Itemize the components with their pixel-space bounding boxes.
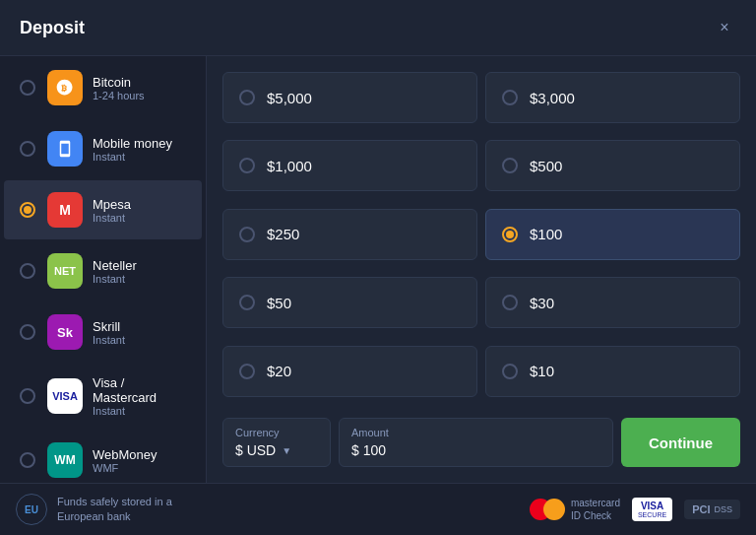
sidebar-radio-mobile-money bbox=[20, 141, 35, 157]
pci-badge: PCI DSS bbox=[684, 500, 740, 519]
amount-option-6[interactable]: $50 bbox=[222, 277, 477, 328]
sidebar-name-neteller: Neteller bbox=[93, 258, 137, 273]
mc-orange-circle bbox=[543, 499, 565, 520]
amount-value-6: $50 bbox=[267, 295, 291, 311]
sidebar-sub-skrill: Instant bbox=[93, 334, 125, 346]
sidebar-name-mpesa: Mpesa bbox=[93, 197, 131, 212]
amount-value-1: $3,000 bbox=[530, 90, 575, 106]
sidebar-name-skrill: Skrill bbox=[93, 319, 125, 334]
sidebar-item-visa[interactable]: VISA Visa / Mastercard Instant bbox=[4, 364, 202, 429]
mastercard-icon bbox=[530, 499, 565, 520]
amount-value-4: $250 bbox=[267, 226, 299, 242]
amount-radio-6 bbox=[239, 295, 255, 310]
sidebar: Bitcoin 1-24 hours Mobile money Instant … bbox=[0, 56, 207, 483]
eu-icon: EU bbox=[16, 494, 47, 525]
mastercard-badge: mastercard ID Check bbox=[530, 497, 620, 522]
sidebar-sub-mpesa: Instant bbox=[93, 212, 131, 224]
amount-field[interactable]: $ 100 bbox=[351, 442, 600, 458]
sidebar-radio-skrill bbox=[20, 324, 35, 340]
currency-select[interactable]: Currency $ USD ▼ bbox=[222, 418, 331, 467]
chevron-down-icon: ▼ bbox=[282, 445, 291, 456]
modal-header: Deposit × bbox=[0, 0, 756, 56]
sidebar-name-webmoney: WebMoney bbox=[93, 447, 158, 462]
sidebar-info-visa: Visa / Mastercard Instant bbox=[93, 375, 186, 417]
sidebar-name-bitcoin: Bitcoin bbox=[93, 75, 145, 90]
sidebar-item-mpesa[interactable]: M Mpesa Instant bbox=[4, 180, 202, 239]
footer-badges: mastercard ID Check VISA SECURE PCI DSS bbox=[530, 497, 740, 522]
sidebar-name-mobile-money: Mobile money bbox=[93, 136, 172, 151]
pci-text: PCI bbox=[692, 503, 710, 515]
amount-value-7: $30 bbox=[530, 295, 554, 311]
sidebar-icon-skrill: Sk bbox=[47, 314, 83, 350]
sidebar-item-webmoney[interactable]: WM WebMoney WMF bbox=[4, 431, 202, 483]
sidebar-sub-neteller: Instant bbox=[93, 273, 137, 285]
currency-value-row: $ USD ▼ bbox=[235, 442, 318, 458]
visa-text: VISA bbox=[641, 501, 663, 511]
amount-value-8: $20 bbox=[267, 363, 291, 379]
amount-value-3: $500 bbox=[530, 158, 562, 174]
sidebar-radio-mpesa bbox=[20, 202, 35, 218]
sidebar-item-mobile-money[interactable]: Mobile money Instant bbox=[4, 119, 202, 178]
amount-option-9[interactable]: $10 bbox=[485, 346, 740, 397]
sidebar-icon-mpesa: M bbox=[47, 192, 83, 228]
mc-text: mastercard ID Check bbox=[571, 497, 620, 522]
sidebar-radio-visa bbox=[20, 388, 35, 404]
sidebar-icon-webmoney: WM bbox=[47, 442, 83, 478]
sidebar-item-bitcoin[interactable]: Bitcoin 1-24 hours bbox=[4, 58, 202, 117]
amount-radio-7 bbox=[502, 295, 518, 310]
sidebar-info-mobile-money: Mobile money Instant bbox=[93, 136, 172, 163]
amount-option-7[interactable]: $30 bbox=[485, 277, 740, 328]
eu-text: Funds safely stored in a European bank bbox=[57, 495, 195, 525]
eu-badge: EU Funds safely stored in a European ban… bbox=[16, 494, 195, 525]
dss-text: DSS bbox=[714, 504, 732, 514]
sidebar-sub-mobile-money: Instant bbox=[93, 151, 172, 163]
content-area: $5,000 $3,000 $1,000 $500 $250 $100 $50 … bbox=[207, 56, 756, 483]
footer: EU Funds safely stored in a European ban… bbox=[0, 483, 756, 535]
amount-label: Amount bbox=[351, 427, 600, 438]
amount-option-5[interactable]: $100 bbox=[485, 209, 740, 260]
amount-radio-2 bbox=[239, 158, 255, 173]
sidebar-name-visa: Visa / Mastercard bbox=[93, 375, 186, 405]
modal-title: Deposit bbox=[20, 18, 85, 38]
amount-option-8[interactable]: $20 bbox=[222, 346, 477, 397]
amount-radio-1 bbox=[502, 90, 518, 105]
currency-text: $ USD bbox=[235, 442, 276, 458]
sidebar-icon-neteller: NET bbox=[47, 253, 83, 289]
sidebar-info-skrill: Skrill Instant bbox=[93, 319, 125, 346]
sidebar-sub-visa: Instant bbox=[93, 405, 186, 417]
sidebar-sub-bitcoin: 1-24 hours bbox=[93, 90, 145, 101]
amount-radio-3 bbox=[502, 158, 518, 173]
sidebar-icon-bitcoin bbox=[47, 70, 83, 105]
close-button[interactable]: × bbox=[713, 16, 736, 39]
sidebar-item-skrill[interactable]: Sk Skrill Instant bbox=[4, 302, 202, 362]
amount-value-0: $5,000 bbox=[267, 90, 312, 106]
sidebar-icon-mobile-money bbox=[47, 131, 83, 167]
deposit-modal: Deposit × Bitcoin 1-24 hours Mobile mone… bbox=[0, 0, 756, 535]
sidebar-icon-visa: VISA bbox=[47, 378, 83, 414]
sidebar-info-mpesa: Mpesa Instant bbox=[93, 197, 131, 224]
sidebar-radio-neteller bbox=[20, 263, 35, 279]
amount-value-2: $1,000 bbox=[267, 158, 312, 174]
amount-radio-5 bbox=[502, 227, 518, 242]
amount-radio-9 bbox=[502, 364, 518, 379]
amount-radio-4 bbox=[239, 227, 255, 242]
sidebar-radio-bitcoin bbox=[20, 80, 35, 96]
sidebar-info-webmoney: WebMoney WMF bbox=[93, 447, 158, 474]
amount-option-1[interactable]: $3,000 bbox=[485, 72, 740, 123]
sidebar-info-neteller: Neteller Instant bbox=[93, 258, 137, 285]
amount-value-5: $100 bbox=[530, 226, 562, 242]
controls-row: Currency $ USD ▼ Amount $ 100 Continue bbox=[222, 418, 740, 467]
sidebar-item-neteller[interactable]: NET Neteller Instant bbox=[4, 241, 202, 301]
amount-option-4[interactable]: $250 bbox=[222, 209, 477, 260]
amount-grid: $5,000 $3,000 $1,000 $500 $250 $100 $50 … bbox=[222, 72, 740, 406]
sidebar-info-bitcoin: Bitcoin 1-24 hours bbox=[93, 75, 145, 101]
amount-option-0[interactable]: $5,000 bbox=[222, 72, 477, 123]
amount-option-3[interactable]: $500 bbox=[485, 140, 740, 191]
amount-radio-0 bbox=[239, 90, 255, 105]
amount-option-2[interactable]: $1,000 bbox=[222, 140, 477, 191]
visa-sub: SECURE bbox=[638, 511, 666, 518]
amount-input-container: Amount $ 100 bbox=[339, 418, 613, 467]
continue-button[interactable]: Continue bbox=[621, 418, 740, 467]
visa-badge: VISA SECURE bbox=[632, 498, 672, 521]
currency-label: Currency bbox=[235, 427, 318, 438]
